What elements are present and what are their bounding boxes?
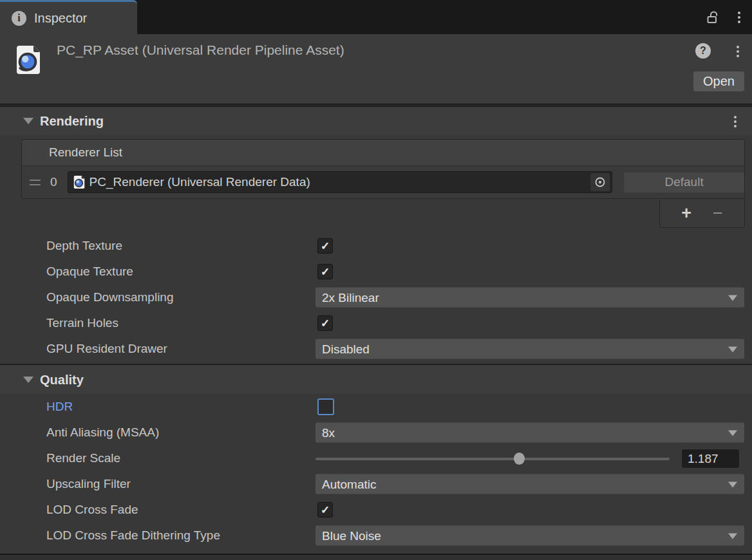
chevron-down-icon xyxy=(728,347,737,353)
anti-aliasing-value: 8x xyxy=(322,425,335,440)
help-icon[interactable]: ? xyxy=(695,43,711,59)
section-quality[interactable]: Quality xyxy=(0,366,752,394)
lod-dithering-type-label: LOD Cross Fade Dithering Type xyxy=(46,528,220,543)
row-lod-cross-fade: LOD Cross Fade ✓ xyxy=(0,497,752,523)
row-opaque-downsampling: Opaque Downsampling 2x Bilinear xyxy=(0,285,752,310)
row-gpu-resident-drawer: GPU Resident Drawer Disabled xyxy=(0,336,752,362)
chevron-down-icon xyxy=(728,534,737,539)
lod-cross-fade-label: LOD Cross Fade xyxy=(46,503,138,517)
upscaling-filter-label: Upscaling Filter xyxy=(46,477,131,491)
section-rendering-menu-icon[interactable] xyxy=(731,113,739,130)
renderer-object-name: PC_Renderer (Universal Renderer Data) xyxy=(89,175,310,189)
chevron-down-icon xyxy=(728,431,737,436)
open-button[interactable]: Open xyxy=(693,71,744,91)
asset-menu-icon[interactable] xyxy=(734,43,742,60)
default-button[interactable]: Default xyxy=(624,173,744,192)
lod-dithering-type-value: Blue Noise xyxy=(322,528,381,543)
section-divider xyxy=(0,364,752,365)
render-scale-slider-thumb[interactable] xyxy=(514,453,525,465)
check-icon: ✓ xyxy=(321,317,330,330)
row-lod-dithering-type: LOD Cross Fade Dithering Type Blue Noise xyxy=(0,523,752,548)
terrain-holes-checkbox[interactable]: ✓ xyxy=(317,315,333,331)
render-scale-slider[interactable] xyxy=(315,458,670,460)
gpu-resident-drawer-value: Disabled xyxy=(322,342,370,356)
opaque-downsampling-dropdown[interactable]: 2x Bilinear xyxy=(315,288,744,308)
renderer-data-icon xyxy=(72,175,86,189)
upscaling-filter-value: Automatic xyxy=(322,477,376,491)
renderer-list-header: Renderer List xyxy=(22,140,744,166)
renderer-list-box: Renderer List 0 PC_Renderer (Universal R… xyxy=(21,139,745,199)
lod-cross-fade-checkbox[interactable]: ✓ xyxy=(317,502,333,518)
info-icon: i xyxy=(12,11,26,26)
unlock-icon[interactable] xyxy=(706,10,721,25)
object-picker-icon[interactable] xyxy=(590,173,610,191)
window-menu-icon[interactable] xyxy=(735,9,743,26)
anti-aliasing-label: Anti Aliasing (MSAA) xyxy=(46,425,159,440)
renderer-list-footer: + − xyxy=(659,199,745,228)
renderer-list-title: Renderer List xyxy=(49,145,122,160)
hdr-label: HDR xyxy=(46,400,73,414)
foldout-arrow-icon[interactable] xyxy=(23,118,33,124)
renderer-index: 0 xyxy=(50,175,57,189)
opaque-downsampling-label: Opaque Downsampling xyxy=(46,290,174,304)
render-scale-label: Render Scale xyxy=(46,451,120,465)
asset-title: PC_RP Asset (Universal Render Pipeline A… xyxy=(57,42,344,58)
urp-asset-icon xyxy=(13,44,44,75)
renderer-object-field[interactable]: PC_Renderer (Universal Renderer Data) xyxy=(68,171,613,193)
render-scale-field[interactable]: 1.187 xyxy=(681,449,740,469)
add-renderer-button[interactable]: + xyxy=(681,205,691,222)
terrain-holes-label: Terrain Holes xyxy=(46,316,118,330)
gpu-resident-drawer-dropdown[interactable]: Disabled xyxy=(315,339,744,359)
inspector-window: i Inspector PC_RP Asset (Universal Rende… xyxy=(0,0,752,560)
opaque-downsampling-value: 2x Bilinear xyxy=(322,290,379,304)
tab-inspector-label: Inspector xyxy=(34,11,87,26)
opaque-texture-label: Opaque Texture xyxy=(46,265,133,279)
hdr-checkbox[interactable] xyxy=(317,398,334,415)
remove-renderer-button[interactable]: − xyxy=(713,205,723,222)
row-depth-texture: Depth Texture ✓ xyxy=(0,233,752,259)
row-opaque-texture: Opaque Texture ✓ xyxy=(0,259,752,285)
chevron-down-icon xyxy=(728,482,737,488)
bottom-strip xyxy=(0,554,752,560)
check-icon: ✓ xyxy=(321,265,330,279)
tab-bar: i Inspector xyxy=(0,0,752,34)
row-hdr: HDR xyxy=(0,394,752,420)
asset-header: PC_RP Asset (Universal Render Pipeline A… xyxy=(0,34,752,104)
gpu-resident-drawer-label: GPU Resident Drawer xyxy=(46,342,167,356)
opaque-texture-checkbox[interactable]: ✓ xyxy=(317,264,333,279)
foldout-arrow-icon[interactable] xyxy=(23,377,33,383)
render-scale-value: 1.187 xyxy=(688,452,719,466)
drag-handle-icon[interactable] xyxy=(30,180,41,185)
row-terrain-holes: Terrain Holes ✓ xyxy=(0,310,752,336)
upscaling-filter-dropdown[interactable]: Automatic xyxy=(315,474,744,494)
anti-aliasing-dropdown[interactable]: 8x xyxy=(315,423,744,443)
check-icon: ✓ xyxy=(321,503,330,517)
depth-texture-checkbox[interactable]: ✓ xyxy=(317,238,333,254)
depth-texture-label: Depth Texture xyxy=(46,239,122,253)
lod-dithering-type-dropdown[interactable]: Blue Noise xyxy=(315,526,744,546)
section-quality-title: Quality xyxy=(40,373,84,387)
chevron-down-icon xyxy=(728,295,737,301)
check-icon: ✓ xyxy=(321,239,330,253)
renderer-list-row: 0 PC_Renderer (Universal Renderer Data) … xyxy=(22,166,744,198)
tab-inspector[interactable]: i Inspector xyxy=(0,0,137,34)
row-upscaling-filter: Upscaling Filter Automatic xyxy=(0,471,752,497)
row-anti-aliasing: Anti Aliasing (MSAA) 8x xyxy=(0,420,752,445)
section-rendering[interactable]: Rendering xyxy=(0,107,752,135)
section-rendering-title: Rendering xyxy=(40,114,104,129)
row-render-scale: Render Scale 1.187 xyxy=(0,445,752,471)
